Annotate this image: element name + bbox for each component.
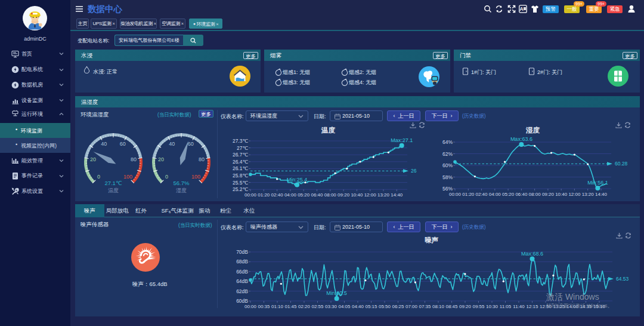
svg-text:Max:63.6: Max:63.6 <box>510 136 532 142</box>
svg-text:00:00: 00:00 <box>244 192 257 198</box>
svg-text:60: 60 <box>188 141 194 147</box>
svg-text:湿度: 湿度 <box>176 187 187 193</box>
svg-text:06:25: 06:25 <box>392 304 404 309</box>
svg-text:02:40: 02:40 <box>271 192 284 198</box>
svg-text:26.1℃: 26.1℃ <box>233 165 249 171</box>
svg-text:64.53: 64.53 <box>616 276 629 282</box>
svg-text:09:55: 09:55 <box>472 304 485 309</box>
svg-text:11:05: 11:05 <box>500 304 512 309</box>
svg-text:10:30: 10:30 <box>486 304 499 309</box>
svg-text:04:00: 04:00 <box>489 192 501 197</box>
svg-text:02:40: 02:40 <box>475 192 488 197</box>
svg-text:07:00: 07:00 <box>405 304 418 309</box>
svg-text:00:00: 00:00 <box>449 192 462 197</box>
svg-text:04:00: 04:00 <box>284 192 297 198</box>
svg-text:Min:60.5: Min:60.5 <box>326 290 347 296</box>
svg-text:64dB: 64dB <box>236 279 248 285</box>
svg-text:01:45: 01:45 <box>284 304 297 309</box>
svg-text:07:35: 07:35 <box>419 304 431 309</box>
svg-text:27.1℃: 27.1℃ <box>104 180 122 186</box>
svg-text:20: 20 <box>158 156 164 162</box>
svg-text:08:45: 08:45 <box>445 304 458 309</box>
svg-text:12:00: 12:00 <box>568 192 581 197</box>
svg-text:00:00: 00:00 <box>244 304 257 309</box>
svg-text:80: 80 <box>131 156 137 162</box>
svg-text:05:50: 05:50 <box>379 304 391 309</box>
svg-text:05:20: 05:20 <box>502 192 515 197</box>
svg-text:68dB: 68dB <box>236 259 248 265</box>
svg-text:60%: 60% <box>442 162 453 168</box>
svg-text:66dB: 66dB <box>236 269 248 275</box>
svg-text:05:15: 05:15 <box>365 304 377 309</box>
svg-text:13:20: 13:20 <box>377 192 390 198</box>
svg-text:01:20: 01:20 <box>258 192 270 198</box>
svg-text:26.7℃: 26.7℃ <box>233 152 249 158</box>
svg-text:56%: 56% <box>442 186 453 192</box>
svg-text:14:40: 14:40 <box>391 192 403 198</box>
svg-text:A: A <box>520 6 524 12</box>
svg-text:04:05: 04:05 <box>338 304 351 309</box>
svg-text:Max:68.6: Max:68.6 <box>521 251 543 257</box>
svg-text:12:15: 12:15 <box>526 304 538 309</box>
svg-text:27.3℃: 27.3℃ <box>233 138 249 144</box>
svg-text:09:20: 09:20 <box>459 304 472 309</box>
svg-text:09:20: 09:20 <box>542 192 555 197</box>
svg-text:05:20: 05:20 <box>298 192 310 198</box>
svg-text:27℃: 27℃ <box>237 145 248 151</box>
svg-text:40: 40 <box>169 141 175 147</box>
svg-text:04:40: 04:40 <box>352 304 364 309</box>
svg-text:温度: 温度 <box>108 187 119 193</box>
svg-text:60dB: 60dB <box>236 298 248 304</box>
svg-text:Min:56.1: Min:56.1 <box>587 180 608 186</box>
svg-text:08:00: 08:00 <box>529 192 541 197</box>
svg-text:25.8℃: 25.8℃ <box>233 173 249 179</box>
svg-text:0: 0 <box>165 174 168 180</box>
svg-text:100: 100 <box>191 174 200 180</box>
svg-text:08:10: 08:10 <box>432 304 445 309</box>
svg-text:70dB: 70dB <box>236 249 248 255</box>
svg-text:25.5℃: 25.5℃ <box>233 180 249 186</box>
svg-text:13:20: 13:20 <box>582 192 595 197</box>
svg-text:62%: 62% <box>442 150 453 156</box>
svg-text:01:20: 01:20 <box>462 192 475 197</box>
svg-text:0: 0 <box>97 174 100 180</box>
svg-text:08:00: 08:00 <box>324 192 337 198</box>
svg-text:26: 26 <box>411 168 417 174</box>
svg-text:25.2℃: 25.2℃ <box>233 186 249 192</box>
svg-text:20: 20 <box>90 156 96 162</box>
svg-text:62dB: 62dB <box>236 288 248 294</box>
svg-text:26.4℃: 26.4℃ <box>233 159 249 165</box>
svg-text:06:40: 06:40 <box>515 192 528 197</box>
svg-text:Max:27.1: Max:27.1 <box>391 137 413 143</box>
svg-text:100: 100 <box>123 174 132 180</box>
svg-text:58%: 58% <box>442 174 453 180</box>
svg-text:64%: 64% <box>442 139 453 145</box>
svg-text:06:40: 06:40 <box>311 192 323 198</box>
svg-text:14:40: 14:40 <box>595 192 608 197</box>
svg-text:56.7%: 56.7% <box>174 180 190 186</box>
svg-text:02:20: 02:20 <box>298 304 311 309</box>
svg-text:10:40: 10:40 <box>351 192 363 198</box>
svg-text:Min:25.4: Min:25.4 <box>287 177 308 183</box>
svg-text:11:40: 11:40 <box>513 304 525 309</box>
svg-text:12:00: 12:00 <box>364 192 377 198</box>
svg-text:80: 80 <box>199 156 205 162</box>
svg-text:60.28: 60.28 <box>615 161 628 167</box>
svg-text:40: 40 <box>101 141 107 147</box>
svg-text:09:20: 09:20 <box>338 192 350 198</box>
svg-text:60: 60 <box>120 141 126 147</box>
svg-text:01:10: 01:10 <box>271 304 284 309</box>
svg-text:02:55: 02:55 <box>311 304 324 309</box>
svg-text:00:35: 00:35 <box>258 304 270 309</box>
svg-text:10:40: 10:40 <box>555 192 568 197</box>
svg-text:03:30: 03:30 <box>325 304 338 309</box>
